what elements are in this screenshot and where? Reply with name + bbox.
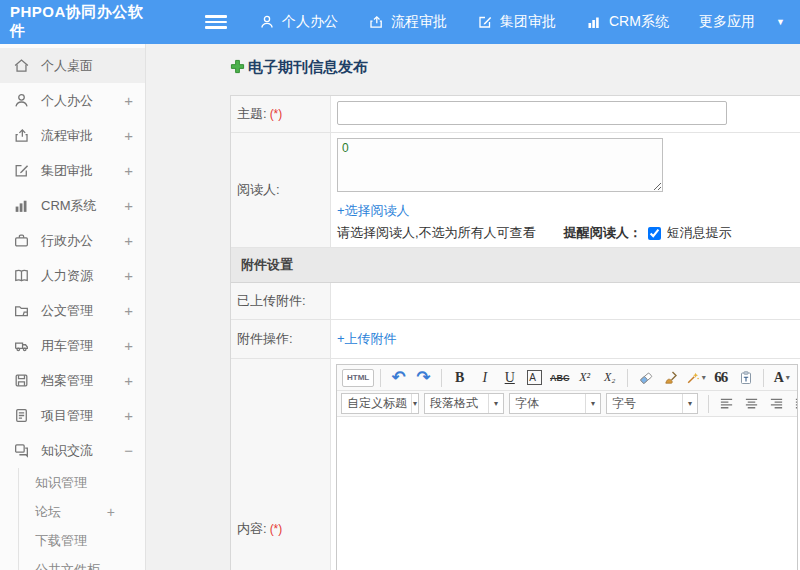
expand-plus[interactable]: + <box>124 337 133 354</box>
autotypeset-button[interactable]: ▾ <box>684 367 707 389</box>
add-icon <box>230 59 245 77</box>
font-style-button[interactable]: A <box>527 370 542 385</box>
align-right-icon <box>769 396 784 411</box>
expand-minus[interactable]: − <box>124 442 133 459</box>
sidebar-item-crm[interactable]: CRM系统 + <box>0 188 145 223</box>
caret-down-icon: ▾ <box>786 373 790 382</box>
edit-approval-icon <box>13 162 30 179</box>
sidebar-subitem-knowledge-mgmt[interactable]: 知识管理 <box>19 468 145 497</box>
sidebar-item-personal-office[interactable]: 个人办公 + <box>0 83 145 118</box>
justify-button[interactable] <box>790 393 797 415</box>
expand-plus[interactable]: + <box>124 127 133 144</box>
paste-text-button[interactable] <box>734 367 757 389</box>
superscript-button[interactable]: X² <box>573 367 596 389</box>
caret-down-icon: ▼ <box>776 17 785 27</box>
expand-plus[interactable]: + <box>124 92 133 109</box>
sms-notify-checkbox[interactable] <box>648 227 661 240</box>
justify-icon <box>794 396 797 411</box>
nav-group-approval[interactable]: 集团审批 <box>477 13 556 31</box>
redo-button[interactable]: ↷ <box>412 367 435 389</box>
readers-hint: 请选择阅读人,不选为所有人可查看 <box>337 224 536 242</box>
nav-workflow-approval[interactable]: 流程审批 <box>368 13 447 31</box>
page-title: 电子期刊信息发布 <box>230 58 800 77</box>
caret-down-icon: ▾ <box>682 394 697 413</box>
eraser-button[interactable] <box>634 367 657 389</box>
attachment-operation-row: 附件操作: +上传附件 <box>231 320 800 359</box>
subject-input[interactable] <box>337 101 727 125</box>
expand-plus[interactable]: + <box>124 197 133 214</box>
align-right-button[interactable] <box>765 393 788 415</box>
sidebar-item-personal-desktop[interactable]: 个人桌面 <box>0 48 145 83</box>
app-brand: PHPOA协同办公软件 <box>0 3 150 41</box>
font-color-button[interactable]: A ▾ <box>770 367 793 389</box>
remind-readers-label: 提醒阅读人： <box>564 224 642 242</box>
sidebar-item-group-approval[interactable]: 集团审批 + <box>0 153 145 188</box>
sidebar-subitem-download-mgmt[interactable]: 下载管理 <box>19 526 145 555</box>
subscript-button[interactable]: X₂ <box>598 367 621 389</box>
font-size-select[interactable]: 字号 ▾ <box>606 393 698 414</box>
car-icon <box>13 337 30 354</box>
book-icon <box>13 267 30 284</box>
sidebar-item-admin-office[interactable]: 行政办公 + <box>0 223 145 258</box>
sidebar-subitem-public-file-cabinet[interactable]: 公共文件柜 <box>19 555 145 570</box>
topbar: PHPOA协同办公软件 个人办公 流程审批 集团审批 <box>0 0 800 44</box>
required-mark: (*) <box>270 107 283 121</box>
align-left-icon <box>719 396 734 411</box>
sidebar-item-vehicle-mgmt[interactable]: 用车管理 + <box>0 328 145 363</box>
sidebar-item-archive-mgmt[interactable]: 档案管理 + <box>0 363 145 398</box>
sidebar-item-workflow-approval[interactable]: 流程审批 + <box>0 118 145 153</box>
align-center-button[interactable] <box>740 393 763 415</box>
home-icon <box>13 57 30 74</box>
hamburger-menu-icon[interactable] <box>205 15 227 29</box>
expand-plus[interactable]: + <box>124 267 133 284</box>
choose-readers-link[interactable]: +选择阅读人 <box>337 202 410 220</box>
expand-plus[interactable]: + <box>124 232 133 249</box>
font-family-select[interactable]: 字体 ▾ <box>509 393 601 414</box>
nav-crm-system[interactable]: CRM系统 <box>586 13 669 31</box>
align-left-button[interactable] <box>715 393 738 415</box>
content-label: 内容:(*) <box>231 359 331 570</box>
bar-chart-icon <box>13 197 30 214</box>
briefcase-icon <box>13 232 30 249</box>
top-navigation: 个人办公 流程审批 集团审批 CRM系统 更多应用 ▼ <box>259 13 785 31</box>
readers-label: 阅读人: <box>231 133 331 247</box>
format-painter-button[interactable] <box>659 367 682 389</box>
nav-more-apps[interactable]: 更多应用 ▼ <box>699 13 785 31</box>
sidebar-subitem-forum[interactable]: 论坛 + <box>19 497 145 526</box>
sidebar-item-project-mgmt[interactable]: 项目管理 + <box>0 398 145 433</box>
nav-label: 集团审批 <box>500 13 556 31</box>
readers-textarea[interactable]: 0 <box>337 138 663 192</box>
html-source-button[interactable]: HTML <box>342 369 374 387</box>
blockquote-button[interactable]: 66 <box>709 367 732 389</box>
expand-plus[interactable]: + <box>124 407 133 424</box>
underline-button[interactable]: U <box>498 367 521 389</box>
sidebar-item-knowledge-exchange[interactable]: 知识交流 − <box>0 433 145 468</box>
custom-title-select[interactable]: 自定义标题 ▾ <box>341 393 419 414</box>
upload-attachment-link[interactable]: +上传附件 <box>337 330 397 348</box>
sidebar-item-document-mgmt[interactable]: 公文管理 + <box>0 293 145 328</box>
workflow-icon <box>13 127 30 144</box>
subject-label: 主题:(*) <box>231 96 331 132</box>
highlight-color-button[interactable]: ▾ <box>795 367 797 389</box>
editor-toolbar-row-2: 自定义标题 ▾ 段落格式 ▾ 字体 ▾ <box>337 391 797 417</box>
knowledge-exchange-submenu: 知识管理 论坛 + 下载管理 公共文件柜 <box>18 468 145 570</box>
undo-button[interactable]: ↶ <box>387 367 410 389</box>
strikethrough-button[interactable]: ABC <box>548 367 571 389</box>
user-icon <box>13 92 30 109</box>
caret-down-icon: ▾ <box>585 394 600 413</box>
attachment-section-header: 附件设置 <box>231 248 800 283</box>
folder-icon <box>13 302 30 319</box>
expand-plus[interactable]: + <box>124 372 133 389</box>
sidebar-item-hr[interactable]: 人力资源 + <box>0 258 145 293</box>
italic-button[interactable]: I <box>473 367 496 389</box>
nav-personal-office[interactable]: 个人办公 <box>259 13 338 31</box>
eraser-icon <box>638 370 654 386</box>
expand-plus[interactable]: + <box>107 504 115 520</box>
required-mark: (*) <box>270 522 283 536</box>
bold-button[interactable]: B <box>448 367 471 389</box>
paragraph-format-select[interactable]: 段落格式 ▾ <box>424 393 504 414</box>
editor-canvas[interactable] <box>337 417 797 570</box>
expand-plus[interactable]: + <box>124 302 133 319</box>
nav-label: 个人办公 <box>282 13 338 31</box>
expand-plus[interactable]: + <box>124 162 133 179</box>
